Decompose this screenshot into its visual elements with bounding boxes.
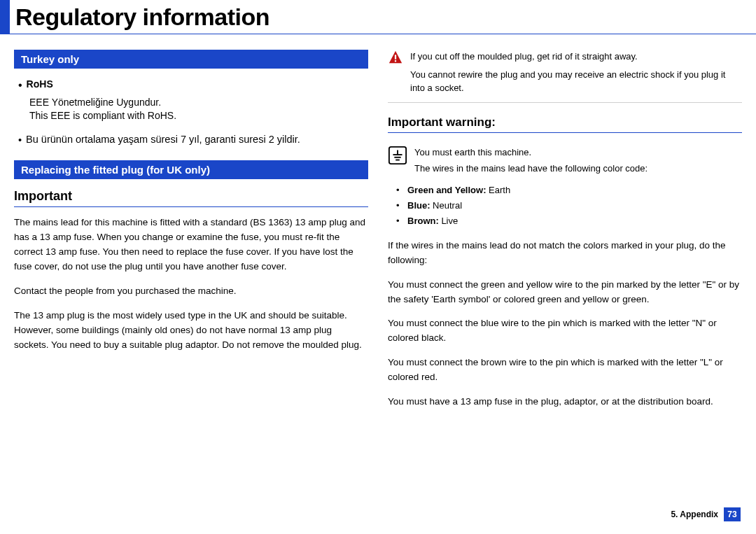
turkish-life-bullet: • Bu ürünün ortalama yaşam süresi 7 yıl,… xyxy=(14,134,368,147)
rohs-line1: EEE Yönetmeliğine Uygundur. xyxy=(29,96,368,109)
title-bar: Regulatory information xyxy=(0,0,756,34)
warning-block: If you cut off the moulded plug, get rid… xyxy=(388,50,742,95)
page-footer: 5. Appendix 73 xyxy=(671,507,741,521)
turkey-header: Turkey only xyxy=(14,50,368,69)
svg-rect-1 xyxy=(395,55,396,59)
para-13amp: The 13 amp plug is the most widely used … xyxy=(14,309,368,353)
content-columns: Turkey only • RoHS EEE Yönetmeliğine Uyg… xyxy=(0,50,756,419)
warn-line2: You cannot rewire the plug and you may r… xyxy=(410,68,742,95)
svg-rect-2 xyxy=(395,60,396,62)
page-title: Regulatory information xyxy=(15,3,270,31)
uk-plug-header: Replacing the fitted plug (for UK only) xyxy=(14,160,368,179)
earth-line2: The wires in the mains lead have the fol… xyxy=(414,162,648,176)
rohs-body: EEE Yönetmeliğine Uygundur. This EEE is … xyxy=(14,96,368,122)
right-column: If you cut off the moulded plug, get rid… xyxy=(388,50,742,419)
para-mismatch: If the wires in the mains lead do not ma… xyxy=(388,239,742,268)
bullet-dot: • xyxy=(18,134,22,147)
rohs-line2: This EEE is compliant with RoHS. xyxy=(29,109,368,122)
warning-icon xyxy=(388,50,403,65)
important-subheading: Important xyxy=(14,189,368,207)
divider xyxy=(388,102,742,103)
para-green-yellow: You must connect the green and yellow wi… xyxy=(388,278,742,307)
wire-green-yellow: Green and Yellow: Earth xyxy=(400,183,742,198)
warning-text-group: If you cut off the moulded plug, get rid… xyxy=(410,50,742,95)
earth-icon xyxy=(388,146,407,165)
rohs-label: RoHS xyxy=(27,78,53,90)
earth-line1: You must earth this machine. xyxy=(414,146,648,160)
left-column: Turkey only • RoHS EEE Yönetmeliğine Uyg… xyxy=(14,50,368,419)
para-mains-lead: The mains lead for this machine is fitte… xyxy=(14,216,368,274)
earth-text-group: You must earth this machine. The wires i… xyxy=(414,146,648,176)
important-warning-subheading: Important warning: xyxy=(388,115,742,133)
wire-color-list: Green and Yellow: Earth Blue: Neutral Br… xyxy=(388,183,742,229)
title-accent xyxy=(0,0,10,34)
para-fuse: You must have a 13 amp fuse in the plug,… xyxy=(388,395,742,409)
footer-section: 5. Appendix xyxy=(671,510,718,519)
page-number: 73 xyxy=(724,507,741,521)
para-blue: You must connect the blue wire to the pi… xyxy=(388,316,742,346)
para-brown: You must connect the brown wire to the p… xyxy=(388,356,742,385)
para-contact: Contact the people from you purchased th… xyxy=(14,284,368,299)
warn-line1: If you cut off the moulded plug, get rid… xyxy=(410,50,742,64)
turkish-life-text: Bu ürünün ortalama yaşam süresi 7 yıl, g… xyxy=(26,134,300,147)
wire-blue: Blue: Neutral xyxy=(400,198,742,213)
bullet-dot: • xyxy=(18,78,22,93)
earth-block: You must earth this machine. The wires i… xyxy=(388,146,742,176)
rohs-bullet: • RoHS xyxy=(14,78,368,93)
wire-brown: Brown: Live xyxy=(400,213,742,229)
